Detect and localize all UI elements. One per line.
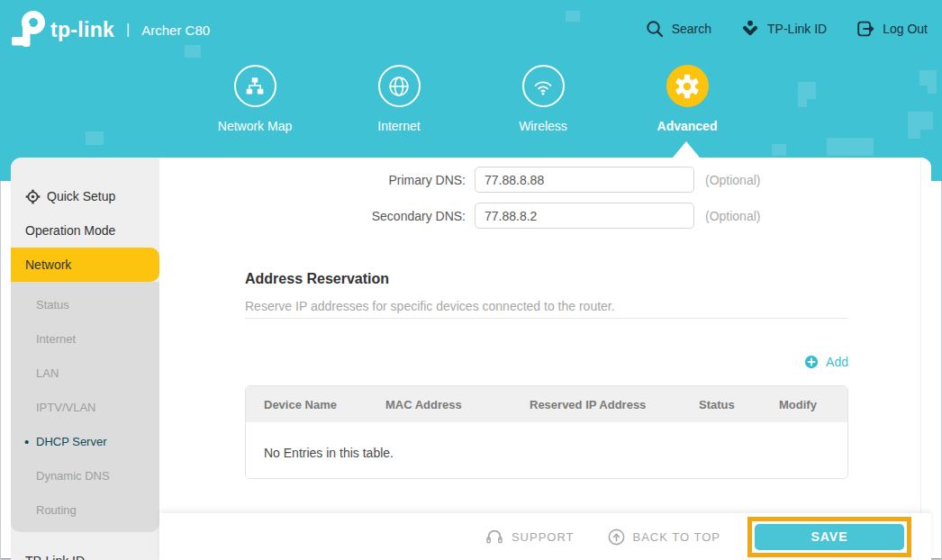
primary-dns-input[interactable] (475, 167, 694, 193)
subitem-label: Routing (36, 503, 77, 517)
deco-block (798, 82, 816, 99)
section-description: Reserve IP addresses for specific device… (245, 299, 848, 313)
subitem-label: IPTV/VLAN (36, 401, 95, 414)
subitem-label: Status (36, 298, 69, 312)
plus-circle-icon (803, 354, 820, 370)
back-to-top-label: BACK TO TOP (633, 530, 720, 544)
save-button-highlight: SAVE (747, 517, 911, 557)
subitem-label: Dynamic DNS (36, 469, 110, 483)
sidebar-item-label: Quick Setup (47, 189, 115, 203)
subitem-label: LAN (36, 366, 59, 380)
tplink-id-button[interactable]: TP-Link ID (740, 19, 827, 39)
active-subitem-bullet: • (24, 434, 29, 449)
deco-block (798, 99, 807, 107)
add-button[interactable]: Add (803, 353, 848, 371)
header-actions: Search TP-Link ID Log Out (645, 19, 928, 39)
headset-icon (485, 527, 504, 546)
optional-hint: (Optional) (705, 173, 760, 187)
sidebar-item-quick-setup[interactable]: Quick Setup (11, 179, 159, 213)
brand-divider: | (126, 22, 130, 38)
gear-icon (674, 73, 701, 100)
arrow-up-circle-icon (607, 528, 626, 546)
wifi-icon (530, 73, 557, 100)
sidebar-item-label: TP-Link ID (25, 554, 85, 560)
scrollbar-track[interactable] (920, 158, 931, 560)
optional-hint: (Optional) (705, 209, 760, 223)
content-area: Primary DNS: (Optional) Secondary DNS: (… (159, 158, 931, 560)
footer-bar: SUPPORT BACK TO TOP SAVE (159, 513, 931, 560)
nav-label: Wireless (519, 119, 567, 133)
sidebar-item-network[interactable]: Network (11, 248, 159, 282)
deco-block (185, 45, 201, 58)
support-label: SUPPORT (512, 530, 575, 544)
secondary-dns-input[interactable] (475, 203, 694, 229)
sidebar-item-tplink-id[interactable]: TP-Link ID (11, 544, 159, 560)
deco-block (827, 138, 874, 156)
sidebar-subitem-routing[interactable]: Routing (11, 492, 159, 527)
quick-setup-gear-icon (25, 189, 41, 204)
section-divider (245, 318, 848, 319)
nav-label: Network Map (218, 119, 292, 133)
deco-block (928, 86, 937, 94)
reservation-table: Device Name MAC Address Reserved IP Addr… (245, 385, 848, 479)
main-nav: Network Map Internet Wirele (183, 65, 759, 133)
tplink-logo-icon (11, 11, 47, 49)
active-tab-pointer (673, 141, 700, 158)
nav-tab-internet[interactable]: Internet (327, 65, 471, 133)
deco-block (908, 130, 920, 139)
table-body: No Entries in this table. (246, 422, 847, 478)
sidebar-subitem-status[interactable]: Status (11, 287, 159, 321)
network-map-icon (241, 73, 268, 100)
network-submenu: Status Internet LAN IPTV/VLAN • DHCP Ser… (11, 282, 159, 532)
secondary-dns-row: Secondary DNS: (Optional) (245, 203, 848, 229)
nav-label: Internet (377, 119, 420, 133)
deco-block (908, 112, 933, 130)
search-button[interactable]: Search (645, 19, 711, 39)
section-title: Address Reservation (245, 271, 848, 287)
deco-block (772, 144, 786, 156)
add-row: Add (245, 353, 848, 371)
nav-label: Advanced (657, 119, 718, 133)
column-header-reserved-ip: Reserved IP Address (512, 398, 681, 411)
sidebar-subitem-lan[interactable]: LAN (11, 356, 159, 390)
sidebar-subitem-dhcp-server[interactable]: • DHCP Server (11, 424, 159, 458)
support-button[interactable]: SUPPORT (485, 527, 575, 546)
nav-tab-network-map[interactable]: Network Map (183, 65, 327, 133)
sidebar-item-label: Network (25, 257, 71, 272)
deco-block (919, 70, 937, 86)
main-panel: Quick Setup Operation Mode Network Statu… (11, 158, 931, 560)
subitem-label: DHCP Server (36, 435, 107, 448)
sidebar-subitem-iptv-vlan[interactable]: IPTV/VLAN (11, 390, 159, 424)
sidebar: Quick Setup Operation Mode Network Statu… (11, 158, 159, 560)
back-to-top-button[interactable]: BACK TO TOP (607, 528, 720, 546)
nav-tab-advanced[interactable]: Advanced (615, 65, 759, 133)
user-icon (740, 19, 760, 39)
router-admin-window: tp-link | Archer C80 Search TP-Link ID (0, 0, 942, 560)
column-header-status: Status (681, 398, 761, 411)
tplink-id-label: TP-Link ID (767, 22, 827, 36)
table-header-row: Device Name MAC Address Reserved IP Addr… (246, 386, 847, 422)
sidebar-subitem-dynamic-dns[interactable]: Dynamic DNS (11, 458, 159, 492)
sidebar-item-operation-mode[interactable]: Operation Mode (11, 213, 159, 248)
column-header-modify: Modify (761, 398, 847, 411)
logout-label: Log Out (883, 22, 928, 36)
secondary-dns-label: Secondary DNS: (245, 209, 466, 223)
sidebar-subitem-internet[interactable]: Internet (11, 321, 159, 356)
column-header-mac-address: MAC Address (367, 398, 512, 411)
subitem-label: Internet (36, 332, 76, 346)
empty-table-message: No Entries in this table. (246, 422, 847, 460)
primary-dns-label: Primary DNS: (245, 173, 466, 187)
deco-block (566, 11, 580, 22)
globe-icon (385, 73, 412, 100)
brand: tp-link | Archer C80 (11, 13, 210, 47)
column-header-device-name: Device Name (246, 398, 367, 411)
logout-icon (856, 19, 875, 39)
logout-button[interactable]: Log Out (856, 19, 928, 39)
search-label: Search (672, 22, 711, 36)
save-button[interactable]: SAVE (755, 524, 904, 550)
deco-block (86, 131, 104, 145)
brand-name: tp-link (50, 18, 114, 42)
primary-dns-row: Primary DNS: (Optional) (245, 167, 848, 193)
nav-tab-wireless[interactable]: Wireless (471, 65, 615, 133)
search-icon (645, 19, 665, 39)
